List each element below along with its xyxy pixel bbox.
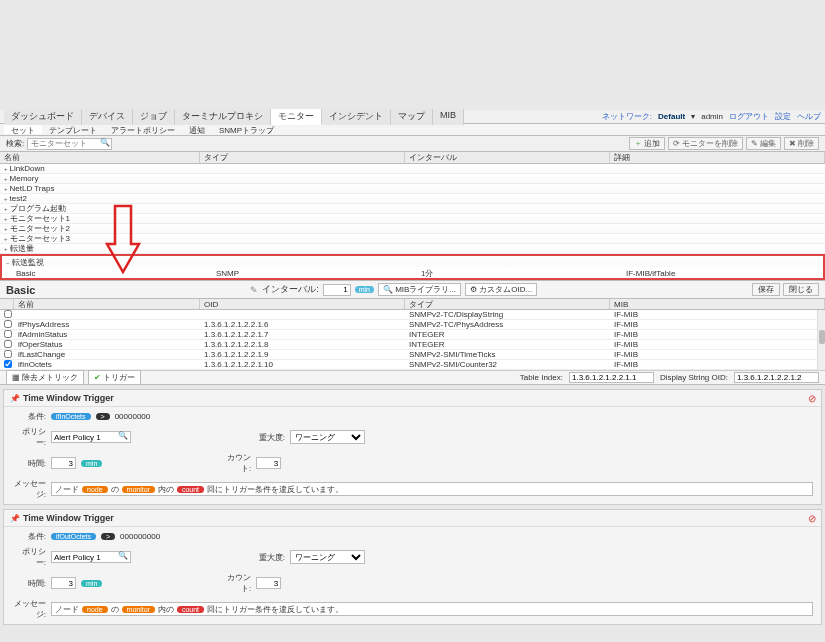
inner-row[interactable]: SNMPv2-TC/DisplayStringIF-MIB bbox=[0, 310, 825, 320]
grid-row[interactable]: +転送量 bbox=[0, 244, 825, 254]
severity-select[interactable]: ワーニング bbox=[290, 430, 365, 444]
tab-デバイス[interactable]: デバイス bbox=[82, 109, 133, 125]
scrollbar-thumb[interactable] bbox=[819, 330, 825, 344]
message-input[interactable]: ノードnodeのmonitor内のcount回にトリガー条件を違反しています。 bbox=[51, 602, 813, 616]
subtab-アラートポリシー[interactable]: アラートポリシー bbox=[104, 125, 182, 134]
msg-monitor-badge[interactable]: monitor bbox=[122, 486, 155, 493]
edit-button[interactable]: ✎編集 bbox=[746, 137, 781, 150]
interval-unit[interactable]: min bbox=[355, 286, 374, 293]
time-unit-badge[interactable]: min bbox=[81, 580, 102, 587]
expanded-detail-row[interactable]: Basic SNMP 1分 IF-MIB/ifTable bbox=[0, 267, 825, 280]
col-type[interactable]: タイプ bbox=[200, 152, 405, 163]
inner-row[interactable]: ifAdminStatus1.3.6.1.2.1.2.2.1.7INTEGERI… bbox=[0, 330, 825, 340]
cond-field-badge[interactable]: ifOutOctets bbox=[51, 533, 96, 540]
col-detail[interactable]: 詳細 bbox=[610, 152, 825, 163]
icol-mib[interactable]: MIB bbox=[610, 299, 825, 309]
table-index-label: Table Index: bbox=[520, 373, 563, 382]
severity-select[interactable]: ワーニング bbox=[290, 550, 365, 564]
rename-button[interactable]: ⟳モニターを削除 bbox=[668, 137, 743, 150]
network-value[interactable]: Default bbox=[658, 112, 685, 121]
grid-row[interactable]: +Memory bbox=[0, 174, 825, 184]
inner-row[interactable]: ifInOctets1.3.6.1.2.1.2.2.1.10SNMPv2-SMI… bbox=[0, 360, 825, 370]
exclude-metric-button[interactable]: ▦除去メトリック bbox=[6, 370, 84, 385]
close-trigger-icon[interactable]: ⊘ bbox=[808, 513, 816, 524]
msg-node-badge[interactable]: node bbox=[82, 486, 108, 493]
custom-oid-button[interactable]: ⚙ カスタムOID... bbox=[465, 283, 537, 296]
msg-count-badge[interactable]: count bbox=[177, 606, 204, 613]
cond-op-badge[interactable]: > bbox=[96, 413, 110, 420]
grid-row[interactable]: +モニターセット3 bbox=[0, 234, 825, 244]
inner-row[interactable]: ifLastChange1.3.6.1.2.1.2.2.1.9SNMPv2-SM… bbox=[0, 350, 825, 360]
search-icon[interactable]: 🔍 bbox=[118, 551, 128, 560]
tab-ダッシュボード[interactable]: ダッシュボード bbox=[4, 109, 82, 125]
scrollbar[interactable] bbox=[817, 310, 825, 370]
inner-row[interactable]: ifPhysAddress1.3.6.1.2.1.2.2.1.6SNMPv2-T… bbox=[0, 320, 825, 330]
search-icon[interactable]: 🔍 bbox=[100, 138, 110, 147]
time-unit-badge[interactable]: min bbox=[81, 460, 102, 467]
subtab-SNMPトラップ[interactable]: SNMPトラップ bbox=[212, 125, 281, 134]
display-oid-input[interactable] bbox=[734, 372, 819, 383]
help-link[interactable]: ヘルプ bbox=[797, 111, 821, 122]
cond-op-badge[interactable]: > bbox=[101, 533, 115, 540]
grid-row[interactable]: +LinkDown bbox=[0, 164, 825, 174]
msg-monitor-badge[interactable]: monitor bbox=[122, 606, 155, 613]
grid-row[interactable]: +プログラム起動 bbox=[0, 204, 825, 214]
grid-row-expanded[interactable]: −転送監視 bbox=[0, 254, 825, 267]
inner-row[interactable]: ifOperStatus1.3.6.1.2.1.2.2.1.8INTEGERIF… bbox=[0, 340, 825, 350]
expand-icon[interactable]: + bbox=[4, 196, 10, 202]
expand-icon[interactable]: + bbox=[4, 216, 10, 222]
table-index-input[interactable] bbox=[569, 372, 654, 383]
icol-oid[interactable]: OID bbox=[200, 299, 405, 309]
expand-icon[interactable]: + bbox=[4, 226, 10, 232]
grid-row[interactable]: +NetLD Traps bbox=[0, 184, 825, 194]
time-input[interactable] bbox=[51, 577, 76, 589]
icol-name[interactable]: 名前 bbox=[14, 299, 200, 309]
tab-ジョブ[interactable]: ジョブ bbox=[133, 109, 175, 125]
subtab-セット[interactable]: セット bbox=[4, 125, 42, 134]
interval-input[interactable] bbox=[323, 284, 351, 296]
subtab-通知[interactable]: 通知 bbox=[182, 125, 212, 134]
grid-row[interactable]: +モニターセット2 bbox=[0, 224, 825, 234]
expand-icon[interactable]: + bbox=[4, 236, 10, 242]
grid-row[interactable]: +test2 bbox=[0, 194, 825, 204]
close-button[interactable]: 閉じる bbox=[783, 283, 819, 296]
expand-icon[interactable]: + bbox=[4, 186, 10, 192]
message-input[interactable]: ノードnodeのmonitor内のcount回にトリガー条件を違反しています。 bbox=[51, 482, 813, 496]
expand-icon[interactable]: + bbox=[4, 206, 10, 212]
expand-icon[interactable]: + bbox=[4, 246, 10, 252]
subtab-テンプレート[interactable]: テンプレート bbox=[42, 125, 104, 134]
logout-link[interactable]: ログアウト bbox=[729, 111, 769, 122]
row-checkbox[interactable] bbox=[4, 330, 12, 338]
icol-type[interactable]: タイプ bbox=[405, 299, 610, 309]
row-checkbox[interactable] bbox=[4, 320, 12, 328]
add-button[interactable]: ＋追加 bbox=[629, 137, 665, 150]
row-checkbox[interactable] bbox=[4, 340, 12, 348]
tab-インシデント[interactable]: インシデント bbox=[322, 109, 391, 125]
edit-icon[interactable]: ✎ bbox=[250, 285, 258, 295]
close-trigger-icon[interactable]: ⊘ bbox=[808, 393, 816, 404]
col-name[interactable]: 名前 bbox=[0, 152, 200, 163]
count-input[interactable] bbox=[256, 457, 281, 469]
tab-MIB[interactable]: MIB bbox=[433, 109, 464, 125]
expand-icon[interactable]: + bbox=[4, 166, 10, 172]
msg-count-badge[interactable]: count bbox=[177, 486, 204, 493]
save-button[interactable]: 保存 bbox=[752, 283, 780, 296]
row-checkbox[interactable] bbox=[4, 360, 12, 368]
cond-field-badge[interactable]: ifInOctets bbox=[51, 413, 91, 420]
row-checkbox[interactable] bbox=[4, 350, 12, 358]
msg-node-badge[interactable]: node bbox=[82, 606, 108, 613]
tab-マップ[interactable]: マップ bbox=[391, 109, 433, 125]
tab-モニター[interactable]: モニター bbox=[271, 109, 322, 125]
delete-button[interactable]: ✖削除 bbox=[784, 137, 819, 150]
time-input[interactable] bbox=[51, 457, 76, 469]
row-checkbox[interactable] bbox=[4, 310, 12, 318]
expand-icon[interactable]: + bbox=[4, 176, 10, 182]
col-interval[interactable]: インターバル bbox=[405, 152, 610, 163]
count-input[interactable] bbox=[256, 577, 281, 589]
mib-library-button[interactable]: 🔍 MIBライブラリ... bbox=[378, 283, 461, 296]
trigger-button[interactable]: ✔トリガー bbox=[88, 370, 141, 385]
tab-ターミナルプロキシ[interactable]: ターミナルプロキシ bbox=[175, 109, 271, 125]
settings-link[interactable]: 設定 bbox=[775, 111, 791, 122]
grid-row[interactable]: +モニターセット1 bbox=[0, 214, 825, 224]
search-icon[interactable]: 🔍 bbox=[118, 431, 128, 440]
